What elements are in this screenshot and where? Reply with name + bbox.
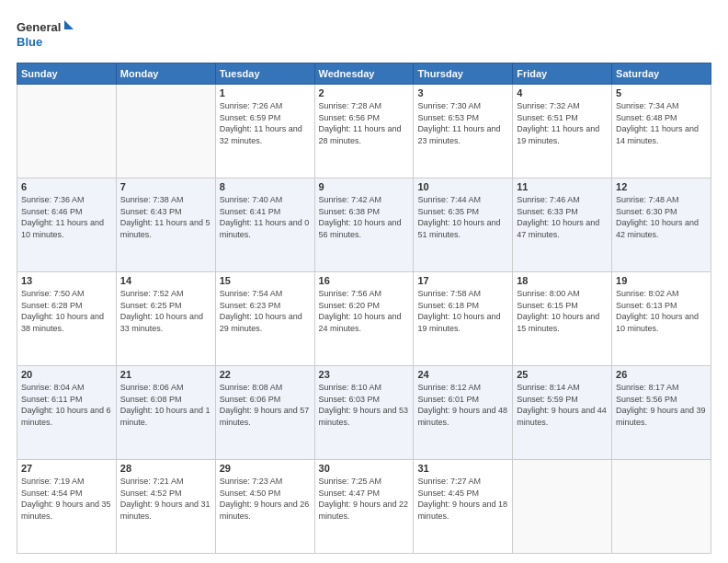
day-detail: Sunrise: 7:28 AM Sunset: 6:56 PM Dayligh…: [319, 100, 410, 146]
day-number: 23: [319, 369, 410, 380]
calendar-week-row: 1Sunrise: 7:26 AM Sunset: 6:59 PM Daylig…: [17, 85, 711, 178]
calendar-week-row: 13Sunrise: 7:50 AM Sunset: 6:28 PM Dayli…: [17, 272, 711, 366]
day-detail: Sunrise: 8:02 AM Sunset: 6:13 PM Dayligh…: [616, 288, 707, 334]
day-number: 15: [220, 275, 311, 286]
day-detail: Sunrise: 8:06 AM Sunset: 6:08 PM Dayligh…: [120, 382, 211, 428]
day-number: 5: [616, 87, 707, 98]
day-detail: Sunrise: 7:27 AM Sunset: 4:45 PM Dayligh…: [417, 476, 508, 522]
day-number: 25: [517, 369, 608, 380]
calendar-cell: 5Sunrise: 7:34 AM Sunset: 6:48 PM Daylig…: [612, 85, 711, 178]
calendar-cell: 7Sunrise: 7:38 AM Sunset: 6:43 PM Daylig…: [116, 178, 215, 272]
day-number: 13: [21, 275, 112, 286]
day-detail: Sunrise: 7:25 AM Sunset: 4:47 PM Dayligh…: [319, 476, 410, 522]
calendar-cell: 22Sunrise: 8:08 AM Sunset: 6:06 PM Dayli…: [215, 366, 314, 460]
day-detail: Sunrise: 7:42 AM Sunset: 6:38 PM Dayligh…: [319, 194, 410, 240]
calendar-cell: 12Sunrise: 7:48 AM Sunset: 6:30 PM Dayli…: [612, 178, 711, 272]
day-number: 29: [220, 463, 311, 474]
calendar-cell: [17, 85, 117, 178]
day-number: 24: [417, 369, 508, 380]
day-number: 2: [319, 87, 410, 98]
day-detail: Sunrise: 8:17 AM Sunset: 5:56 PM Dayligh…: [616, 382, 707, 428]
calendar-cell: 21Sunrise: 8:06 AM Sunset: 6:08 PM Dayli…: [116, 366, 215, 460]
day-number: 28: [120, 463, 211, 474]
calendar-week-row: 27Sunrise: 7:19 AM Sunset: 4:54 PM Dayli…: [17, 460, 711, 554]
calendar-cell: 6Sunrise: 7:36 AM Sunset: 6:46 PM Daylig…: [17, 178, 117, 272]
day-detail: Sunrise: 7:23 AM Sunset: 4:50 PM Dayligh…: [220, 476, 311, 522]
calendar-cell: 15Sunrise: 7:54 AM Sunset: 6:23 PM Dayli…: [215, 272, 314, 366]
day-detail: Sunrise: 7:56 AM Sunset: 6:20 PM Dayligh…: [319, 288, 410, 334]
logo-svg: General Blue: [17, 17, 76, 53]
day-number: 19: [616, 275, 707, 286]
calendar-cell: 31Sunrise: 7:27 AM Sunset: 4:45 PM Dayli…: [414, 460, 513, 554]
day-detail: Sunrise: 7:30 AM Sunset: 6:53 PM Dayligh…: [417, 100, 508, 146]
day-number: 12: [616, 181, 707, 192]
calendar-table: SundayMondayTuesdayWednesdayThursdayFrid…: [17, 63, 711, 554]
calendar-cell: 20Sunrise: 8:04 AM Sunset: 6:11 PM Dayli…: [17, 366, 117, 460]
day-detail: Sunrise: 7:21 AM Sunset: 4:52 PM Dayligh…: [120, 476, 211, 522]
calendar-cell: 18Sunrise: 8:00 AM Sunset: 6:15 PM Dayli…: [513, 272, 612, 366]
calendar-cell: 4Sunrise: 7:32 AM Sunset: 6:51 PM Daylig…: [513, 85, 612, 178]
day-number: 16: [319, 275, 410, 286]
day-number: 6: [21, 181, 112, 192]
calendar-cell: [513, 460, 612, 554]
day-number: 9: [319, 181, 410, 192]
day-detail: Sunrise: 8:12 AM Sunset: 6:01 PM Dayligh…: [417, 382, 508, 428]
day-header-thursday: Thursday: [414, 63, 513, 85]
day-detail: Sunrise: 8:10 AM Sunset: 6:03 PM Dayligh…: [319, 382, 410, 428]
day-number: 26: [616, 369, 707, 380]
day-detail: Sunrise: 7:36 AM Sunset: 6:46 PM Dayligh…: [21, 194, 112, 240]
calendar-cell: 26Sunrise: 8:17 AM Sunset: 5:56 PM Dayli…: [612, 366, 711, 460]
day-number: 11: [517, 181, 608, 192]
calendar-cell: 2Sunrise: 7:28 AM Sunset: 6:56 PM Daylig…: [314, 85, 414, 178]
day-number: 27: [21, 463, 112, 474]
day-number: 1: [220, 87, 311, 98]
day-header-friday: Friday: [513, 63, 612, 85]
day-detail: Sunrise: 7:40 AM Sunset: 6:41 PM Dayligh…: [220, 194, 311, 240]
day-number: 3: [417, 87, 508, 98]
day-header-saturday: Saturday: [612, 63, 711, 85]
calendar-cell: 16Sunrise: 7:56 AM Sunset: 6:20 PM Dayli…: [314, 272, 414, 366]
svg-text:Blue: Blue: [17, 35, 42, 49]
calendar-header-row: SundayMondayTuesdayWednesdayThursdayFrid…: [17, 63, 711, 85]
day-number: 8: [220, 181, 311, 192]
day-detail: Sunrise: 7:52 AM Sunset: 6:25 PM Dayligh…: [120, 288, 211, 334]
calendar-cell: 24Sunrise: 8:12 AM Sunset: 6:01 PM Dayli…: [414, 366, 513, 460]
day-detail: Sunrise: 7:19 AM Sunset: 4:54 PM Dayligh…: [21, 476, 112, 522]
day-header-monday: Monday: [116, 63, 215, 85]
calendar-cell: 1Sunrise: 7:26 AM Sunset: 6:59 PM Daylig…: [215, 85, 314, 178]
day-detail: Sunrise: 7:26 AM Sunset: 6:59 PM Dayligh…: [220, 100, 311, 146]
day-number: 30: [319, 463, 410, 474]
calendar-cell: 23Sunrise: 8:10 AM Sunset: 6:03 PM Dayli…: [314, 366, 414, 460]
day-number: 20: [21, 369, 112, 380]
day-number: 17: [417, 275, 508, 286]
day-detail: Sunrise: 8:04 AM Sunset: 6:11 PM Dayligh…: [21, 382, 112, 428]
calendar-cell: 29Sunrise: 7:23 AM Sunset: 4:50 PM Dayli…: [215, 460, 314, 554]
calendar-cell: 10Sunrise: 7:44 AM Sunset: 6:35 PM Dayli…: [414, 178, 513, 272]
calendar-cell: 25Sunrise: 8:14 AM Sunset: 5:59 PM Dayli…: [513, 366, 612, 460]
calendar-cell: [612, 460, 711, 554]
calendar-cell: 27Sunrise: 7:19 AM Sunset: 4:54 PM Dayli…: [17, 460, 117, 554]
day-number: 10: [417, 181, 508, 192]
calendar-cell: 3Sunrise: 7:30 AM Sunset: 6:53 PM Daylig…: [414, 85, 513, 178]
calendar-cell: 14Sunrise: 7:52 AM Sunset: 6:25 PM Dayli…: [116, 272, 215, 366]
day-number: 14: [120, 275, 211, 286]
day-number: 18: [517, 275, 608, 286]
day-detail: Sunrise: 8:08 AM Sunset: 6:06 PM Dayligh…: [220, 382, 311, 428]
calendar-cell: [116, 85, 215, 178]
day-detail: Sunrise: 7:32 AM Sunset: 6:51 PM Dayligh…: [517, 100, 608, 146]
day-detail: Sunrise: 7:58 AM Sunset: 6:18 PM Dayligh…: [417, 288, 508, 334]
day-detail: Sunrise: 8:14 AM Sunset: 5:59 PM Dayligh…: [517, 382, 608, 428]
svg-text:General: General: [17, 20, 61, 34]
logo: General Blue: [17, 17, 76, 53]
day-header-wednesday: Wednesday: [314, 63, 414, 85]
day-number: 31: [417, 463, 508, 474]
day-number: 21: [120, 369, 211, 380]
day-detail: Sunrise: 7:38 AM Sunset: 6:43 PM Dayligh…: [120, 194, 211, 240]
calendar-cell: 17Sunrise: 7:58 AM Sunset: 6:18 PM Dayli…: [414, 272, 513, 366]
day-detail: Sunrise: 7:34 AM Sunset: 6:48 PM Dayligh…: [616, 100, 707, 146]
day-detail: Sunrise: 7:54 AM Sunset: 6:23 PM Dayligh…: [220, 288, 311, 334]
day-number: 22: [220, 369, 311, 380]
calendar-cell: 11Sunrise: 7:46 AM Sunset: 6:33 PM Dayli…: [513, 178, 612, 272]
day-header-tuesday: Tuesday: [215, 63, 314, 85]
header: General Blue: [17, 17, 711, 53]
